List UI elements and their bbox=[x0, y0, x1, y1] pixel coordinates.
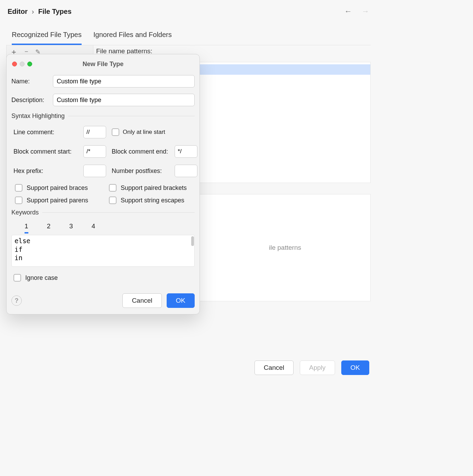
paired-braces-label: Support paired braces bbox=[27, 184, 88, 192]
dialog-cancel-button[interactable]: Cancel bbox=[122, 293, 161, 308]
keyword-tab-1[interactable]: 1 bbox=[25, 222, 28, 234]
syntax-title-text: Syntax Highlighting bbox=[11, 112, 65, 120]
breadcrumb: Editor › File Types bbox=[0, 0, 377, 19]
paired-parens-label: Support paired parens bbox=[27, 197, 88, 204]
paired-brackets-checkbox[interactable] bbox=[109, 184, 117, 192]
tab-recognized-file-types[interactable]: Recognized File Types bbox=[12, 31, 82, 45]
patterns-list[interactable] bbox=[200, 62, 371, 183]
description-input[interactable] bbox=[53, 94, 195, 106]
patterns-empty-box: ile patterns bbox=[200, 194, 371, 301]
ignore-case-label: Ignore case bbox=[25, 274, 58, 282]
tab-ignored-files[interactable]: Ignored Files and Folders bbox=[93, 31, 172, 45]
hex-prefix-label: Hex prefix: bbox=[13, 167, 79, 175]
settings-button-bar: Cancel Apply OK bbox=[254, 360, 369, 375]
syntax-highlighting-title: Syntax Highlighting bbox=[11, 112, 195, 120]
paired-braces-checkbox[interactable] bbox=[15, 184, 22, 192]
hex-prefix-input[interactable] bbox=[83, 165, 106, 177]
new-file-type-dialog: New File Type Name: Description: Syntax … bbox=[6, 54, 200, 314]
zoom-icon[interactable] bbox=[27, 62, 32, 66]
apply-button: Apply bbox=[300, 360, 335, 375]
scrollbar-thumb[interactable] bbox=[191, 236, 194, 246]
no-patterns-text: ile patterns bbox=[269, 244, 301, 251]
breadcrumb-current: File Types bbox=[38, 8, 71, 16]
ok-button[interactable]: OK bbox=[341, 360, 369, 375]
breadcrumb-separator: › bbox=[32, 8, 34, 16]
close-icon[interactable] bbox=[12, 62, 17, 66]
breadcrumb-parent[interactable]: Editor bbox=[8, 8, 28, 16]
only-at-line-start-checkbox[interactable] bbox=[112, 128, 119, 136]
help-icon[interactable]: ? bbox=[11, 295, 22, 306]
keyword-tab-3[interactable]: 3 bbox=[69, 222, 73, 234]
block-comment-end-input[interactable] bbox=[175, 145, 197, 158]
keyword-tabs: 1 2 3 4 bbox=[25, 222, 195, 234]
keyword-tab-2[interactable]: 2 bbox=[47, 222, 51, 234]
dialog-ok-button[interactable]: OK bbox=[167, 293, 195, 308]
line-comment-input[interactable] bbox=[83, 126, 106, 138]
number-postfixes-input[interactable] bbox=[175, 165, 197, 177]
keywords-title: Keywords bbox=[11, 209, 195, 216]
block-comment-end-label: Block comment end: bbox=[112, 148, 170, 155]
nav-arrows: ← → bbox=[344, 7, 369, 16]
dialog-titlebar: New File Type bbox=[11, 59, 195, 69]
forward-icon: → bbox=[362, 7, 369, 16]
main-tabs: Recognized File Types Ignored Files and … bbox=[0, 19, 377, 45]
block-comment-start-label: Block comment start: bbox=[13, 148, 79, 155]
dialog-title: New File Type bbox=[11, 61, 195, 68]
minimize-icon bbox=[20, 62, 25, 66]
cancel-button[interactable]: Cancel bbox=[254, 360, 294, 375]
window-controls bbox=[12, 62, 32, 66]
keywords-textarea[interactable] bbox=[11, 235, 195, 267]
string-escapes-checkbox[interactable] bbox=[109, 196, 117, 204]
only-at-line-start-label: Only at line start bbox=[123, 129, 165, 136]
ignore-case-checkbox[interactable] bbox=[13, 274, 21, 282]
name-input[interactable] bbox=[53, 75, 195, 88]
paired-parens-checkbox[interactable] bbox=[15, 196, 22, 204]
string-escapes-label: Support string escapes bbox=[121, 197, 184, 204]
block-comment-start-input[interactable] bbox=[83, 145, 106, 158]
description-label: Description: bbox=[11, 97, 53, 104]
back-icon[interactable]: ← bbox=[344, 7, 352, 16]
number-postfixes-label: Number postfixes: bbox=[112, 167, 170, 175]
patterns-selected-row[interactable] bbox=[200, 64, 370, 75]
paired-brackets-label: Support paired brackets bbox=[121, 184, 187, 192]
keyword-tab-4[interactable]: 4 bbox=[92, 222, 95, 234]
keywords-title-text: Keywords bbox=[11, 209, 39, 216]
name-label: Name: bbox=[11, 78, 53, 85]
line-comment-label: Line comment: bbox=[13, 129, 79, 136]
